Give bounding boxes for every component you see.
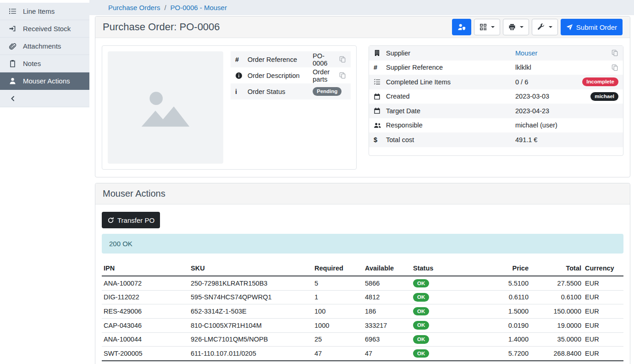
table-row: DIG-112022 595-SN74HCS74QPWRQ1 1 4812 OK…: [102, 290, 623, 304]
info-circle-icon: [235, 72, 248, 79]
cell-ipn: SWT-200005: [102, 347, 189, 361]
hash-icon: #: [374, 64, 386, 71]
detail-label: Completed Line Items: [386, 78, 515, 86]
sidebar-item-label: Line Items: [23, 7, 55, 15]
status-ok-badge: OK: [413, 279, 429, 288]
cell-currency: EUR: [583, 276, 623, 290]
sidebar-collapse-button[interactable]: [0, 90, 89, 107]
order-image-placeholder[interactable]: [108, 51, 223, 164]
col-header-status: Status: [411, 261, 469, 276]
order-details-table: # Order Reference PO-0006: [231, 51, 351, 164]
cell-total: 27.5500: [530, 276, 583, 290]
admin-roles-button[interactable]: [452, 19, 471, 35]
transfer-po-label: Transfer PO: [117, 216, 154, 224]
footer-currency-spacer: [583, 361, 623, 364]
detail-value: Pending: [313, 87, 346, 96]
copy-icon[interactable]: [612, 50, 618, 56]
cell-total: 268.8400: [530, 347, 583, 361]
cell-currency: EUR: [583, 290, 623, 304]
transfer-po-button[interactable]: Transfer PO: [102, 212, 160, 228]
barcode-menu-button[interactable]: [474, 19, 500, 35]
content: Purchase Order: PO-0006: [89, 15, 634, 364]
refresh-icon: [107, 217, 114, 224]
sidebar-item-received-stock[interactable]: Received Stock: [0, 20, 89, 38]
status-alert: 200 OK: [102, 234, 623, 254]
detail-value: 2023-03-03: [515, 93, 590, 100]
order-toolbar: Submit Order: [452, 19, 623, 35]
cell-price: 1.5000: [469, 304, 530, 319]
footer-total-value: 501.0000: [530, 361, 583, 364]
detail-label: Order Reference: [248, 56, 313, 63]
copy-icon[interactable]: [339, 56, 346, 63]
detail-label: Created: [386, 93, 515, 100]
copy-icon[interactable]: [339, 72, 346, 79]
detail-label: Supplier Reference: [386, 64, 515, 71]
order-actions-menu-button[interactable]: [532, 19, 558, 35]
submit-order-button[interactable]: Submit Order: [561, 19, 623, 35]
cell-sku: 810-C1005X7R1H104M: [189, 318, 313, 332]
col-header-required: Required: [313, 261, 363, 276]
cell-ipn: ANA-100044: [102, 332, 189, 347]
sidebar: Line Items Received Stock Attachments No…: [0, 0, 89, 364]
detail-row-supplier-reference: # Supplier Reference lklklkl: [369, 61, 623, 75]
cell-status: OK: [411, 318, 469, 332]
tools-icon: [537, 23, 545, 31]
supplier-link[interactable]: Mouser: [515, 50, 537, 57]
col-header-price: Price: [469, 261, 530, 276]
cell-ipn: DIG-112022: [102, 290, 189, 304]
submit-order-label: Submit Order: [576, 23, 617, 31]
detail-value: Order parts: [313, 68, 339, 83]
footer-spacer: [189, 361, 530, 364]
status-ok-badge: OK: [413, 307, 429, 316]
cell-total: 19.0000: [530, 318, 583, 332]
print-menu-button[interactable]: [503, 19, 529, 35]
detail-row-completed-line-items: Completed Line Items 0 / 6 Incomplete: [369, 75, 623, 89]
cell-required: 1000: [313, 318, 363, 332]
cell-total: 150.0000: [530, 304, 583, 319]
detail-label: Supplier: [386, 50, 515, 57]
col-header-sku: SKU: [189, 261, 313, 276]
breadcrumb: Purchase Orders / PO-0006 - Mouser: [89, 0, 634, 15]
cell-required: 100: [313, 304, 363, 319]
paperclip-icon: [8, 42, 17, 50]
detail-label: Total cost: [386, 136, 515, 143]
copy-icon[interactable]: [612, 64, 618, 71]
breadcrumb-link-current[interactable]: PO-0006 - Mouser: [171, 4, 227, 11]
col-header-total: Total: [530, 261, 583, 276]
sidebar-item-label: Attachments: [23, 42, 61, 50]
sidebar-item-attachments[interactable]: Attachments: [0, 38, 89, 55]
user-icon: [8, 77, 17, 85]
incomplete-badge: Incomplete: [582, 77, 618, 86]
parts-table-body: ANA-100072 250-72981KLRATR150B3 5 5866 O…: [102, 276, 623, 361]
sidebar-item-notes[interactable]: Notes: [0, 55, 89, 72]
cell-available: 333217: [363, 318, 411, 332]
col-header-available: Available: [363, 261, 411, 276]
cell-sku: 250-72981KLRATR150B3: [189, 276, 313, 290]
cell-total: 35.0000: [530, 332, 583, 347]
detail-row-supplier: Supplier Mouser: [369, 46, 623, 61]
printer-icon: [508, 23, 516, 31]
status-ok-badge: OK: [413, 321, 429, 330]
cell-ipn: RES-429006: [102, 304, 189, 319]
cell-price: 5.7200: [469, 347, 530, 361]
cell-currency: EUR: [583, 347, 623, 361]
cell-status: OK: [411, 276, 469, 290]
detail-row-responsible: Responsible michael (user): [369, 118, 623, 133]
sidebar-item-mouser-actions[interactable]: Mouser Actions: [0, 72, 89, 90]
sidebar-item-label: Received Stock: [23, 25, 71, 33]
cell-total: 0.6100: [530, 290, 583, 304]
purchase-order-panel: Purchase Order: PO-0006: [95, 16, 630, 177]
detail-value: lklklkl: [515, 64, 612, 71]
cell-required: 1: [313, 290, 363, 304]
cell-required: 5: [313, 276, 363, 290]
chevron-left-icon: [8, 95, 17, 102]
breadcrumb-link-purchase-orders[interactable]: Purchase Orders: [108, 4, 160, 11]
qrcode-icon: [480, 23, 487, 31]
cell-sku: 595-SN74HCS74QPWRQ1: [189, 290, 313, 304]
user-shield-icon: [458, 23, 466, 31]
sidebar-item-line-items[interactable]: Line Items: [0, 3, 89, 20]
users-icon: [374, 122, 386, 129]
cell-available: 5866: [363, 276, 411, 290]
sidebar-item-label: Notes: [23, 60, 41, 67]
footer-total-label: Total: [102, 361, 189, 364]
